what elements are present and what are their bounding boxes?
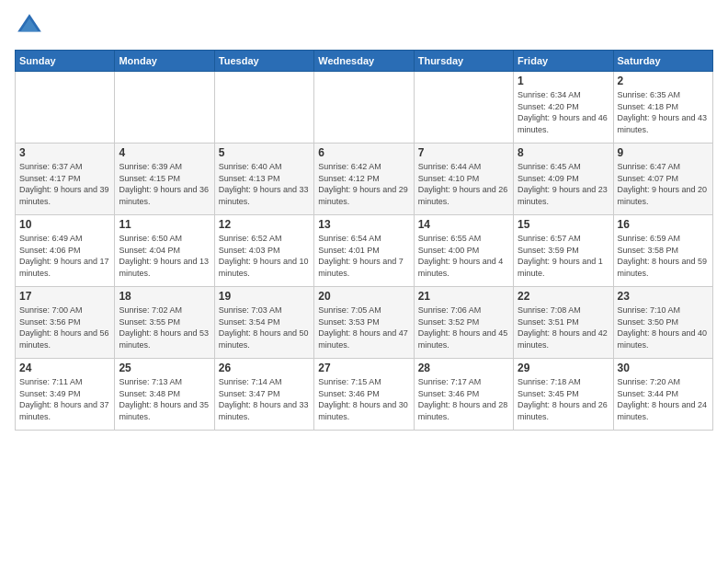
calendar-cell: 23Sunrise: 7:10 AM Sunset: 3:50 PM Dayli… [613, 287, 712, 359]
week-row-5: 24Sunrise: 7:11 AM Sunset: 3:49 PM Dayli… [16, 359, 713, 431]
calendar-cell: 2Sunrise: 6:35 AM Sunset: 4:18 PM Daylig… [613, 72, 712, 144]
day-number: 26 [219, 362, 310, 374]
day-info: Sunrise: 7:00 AM Sunset: 3:56 PM Dayligh… [19, 304, 110, 350]
day-number: 20 [318, 290, 409, 303]
day-info: Sunrise: 6:45 AM Sunset: 4:09 PM Dayligh… [518, 161, 609, 207]
day-number: 12 [219, 218, 310, 231]
day-info: Sunrise: 6:34 AM Sunset: 4:20 PM Dayligh… [518, 89, 609, 135]
day-number: 6 [318, 146, 409, 159]
day-header-saturday: Saturday [613, 51, 712, 72]
page: SundayMondayTuesdayWednesdayThursdayFrid… [0, 0, 728, 563]
day-number: 3 [19, 146, 110, 159]
calendar-cell [16, 72, 115, 144]
day-info: Sunrise: 7:03 AM Sunset: 3:54 PM Dayligh… [219, 304, 310, 350]
calendar-cell: 29Sunrise: 7:18 AM Sunset: 3:45 PM Dayli… [514, 359, 613, 431]
day-number: 13 [318, 218, 409, 231]
day-number: 5 [219, 146, 310, 159]
day-number: 25 [119, 362, 210, 374]
day-info: Sunrise: 7:11 AM Sunset: 3:49 PM Dayligh… [19, 376, 110, 422]
day-number: 22 [518, 290, 609, 303]
day-info: Sunrise: 7:13 AM Sunset: 3:48 PM Dayligh… [119, 376, 210, 422]
calendar-cell [115, 72, 214, 144]
calendar-cell: 13Sunrise: 6:54 AM Sunset: 4:01 PM Dayli… [314, 215, 414, 287]
calendar-cell: 18Sunrise: 7:02 AM Sunset: 3:55 PM Dayli… [115, 287, 214, 359]
calendar-cell: 30Sunrise: 7:20 AM Sunset: 3:44 PM Dayli… [613, 359, 712, 431]
day-number: 28 [418, 362, 509, 374]
calendar-cell: 16Sunrise: 6:59 AM Sunset: 3:58 PM Dayli… [613, 215, 712, 287]
day-info: Sunrise: 7:05 AM Sunset: 3:53 PM Dayligh… [318, 304, 409, 350]
day-number: 9 [618, 146, 709, 159]
week-row-1: 1Sunrise: 6:34 AM Sunset: 4:20 PM Daylig… [16, 72, 713, 144]
day-header-sunday: Sunday [16, 51, 115, 72]
calendar-cell: 14Sunrise: 6:55 AM Sunset: 4:00 PM Dayli… [414, 215, 513, 287]
day-info: Sunrise: 6:57 AM Sunset: 3:59 PM Dayligh… [518, 233, 609, 279]
day-header-tuesday: Tuesday [214, 51, 313, 72]
calendar-cell: 4Sunrise: 6:39 AM Sunset: 4:15 PM Daylig… [115, 144, 214, 215]
day-info: Sunrise: 6:49 AM Sunset: 4:06 PM Dayligh… [19, 233, 110, 279]
logo [15, 11, 48, 40]
day-info: Sunrise: 6:47 AM Sunset: 4:07 PM Dayligh… [618, 161, 709, 207]
day-number: 16 [618, 218, 709, 231]
day-info: Sunrise: 7:08 AM Sunset: 3:51 PM Dayligh… [518, 304, 609, 350]
day-info: Sunrise: 6:39 AM Sunset: 4:15 PM Dayligh… [119, 161, 210, 207]
header-row: SundayMondayTuesdayWednesdayThursdayFrid… [16, 51, 713, 72]
day-info: Sunrise: 7:06 AM Sunset: 3:52 PM Dayligh… [418, 304, 509, 350]
header [15, 11, 713, 40]
day-number: 23 [618, 290, 709, 303]
day-info: Sunrise: 6:50 AM Sunset: 4:04 PM Dayligh… [119, 233, 210, 279]
day-number: 29 [518, 362, 609, 374]
day-number: 14 [418, 218, 509, 231]
day-number: 21 [418, 290, 509, 303]
day-number: 19 [219, 290, 310, 303]
calendar-cell [314, 72, 414, 144]
calendar-cell [414, 72, 513, 144]
day-info: Sunrise: 6:44 AM Sunset: 4:10 PM Dayligh… [418, 161, 509, 207]
calendar-cell: 10Sunrise: 6:49 AM Sunset: 4:06 PM Dayli… [16, 215, 115, 287]
calendar-cell: 8Sunrise: 6:45 AM Sunset: 4:09 PM Daylig… [514, 144, 613, 215]
day-number: 24 [19, 362, 110, 374]
calendar-cell: 7Sunrise: 6:44 AM Sunset: 4:10 PM Daylig… [414, 144, 513, 215]
day-number: 15 [518, 218, 609, 231]
day-number: 2 [618, 75, 709, 87]
day-number: 1 [518, 75, 609, 87]
day-info: Sunrise: 6:35 AM Sunset: 4:18 PM Dayligh… [618, 89, 709, 135]
week-row-2: 3Sunrise: 6:37 AM Sunset: 4:17 PM Daylig… [16, 144, 713, 215]
day-info: Sunrise: 7:14 AM Sunset: 3:47 PM Dayligh… [219, 376, 310, 422]
calendar-cell: 11Sunrise: 6:50 AM Sunset: 4:04 PM Dayli… [115, 215, 214, 287]
calendar-cell: 21Sunrise: 7:06 AM Sunset: 3:52 PM Dayli… [414, 287, 513, 359]
day-header-thursday: Thursday [414, 51, 513, 72]
calendar-cell: 6Sunrise: 6:42 AM Sunset: 4:12 PM Daylig… [314, 144, 414, 215]
calendar-cell: 17Sunrise: 7:00 AM Sunset: 3:56 PM Dayli… [16, 287, 115, 359]
day-header-friday: Friday [514, 51, 613, 72]
calendar-cell: 27Sunrise: 7:15 AM Sunset: 3:46 PM Dayli… [314, 359, 414, 431]
calendar-table: SundayMondayTuesdayWednesdayThursdayFrid… [15, 50, 713, 431]
day-info: Sunrise: 7:15 AM Sunset: 3:46 PM Dayligh… [318, 376, 409, 422]
day-info: Sunrise: 6:40 AM Sunset: 4:13 PM Dayligh… [219, 161, 310, 207]
day-number: 4 [119, 146, 210, 159]
calendar-cell: 26Sunrise: 7:14 AM Sunset: 3:47 PM Dayli… [214, 359, 313, 431]
day-number: 17 [19, 290, 110, 303]
calendar-cell: 3Sunrise: 6:37 AM Sunset: 4:17 PM Daylig… [16, 144, 115, 215]
calendar-cell: 19Sunrise: 7:03 AM Sunset: 3:54 PM Dayli… [214, 287, 313, 359]
week-row-3: 10Sunrise: 6:49 AM Sunset: 4:06 PM Dayli… [16, 215, 713, 287]
calendar-cell: 9Sunrise: 6:47 AM Sunset: 4:07 PM Daylig… [613, 144, 712, 215]
calendar-cell [214, 72, 313, 144]
calendar-cell: 22Sunrise: 7:08 AM Sunset: 3:51 PM Dayli… [514, 287, 613, 359]
day-number: 18 [119, 290, 210, 303]
day-header-wednesday: Wednesday [314, 51, 414, 72]
calendar-cell: 12Sunrise: 6:52 AM Sunset: 4:03 PM Dayli… [214, 215, 313, 287]
day-info: Sunrise: 6:59 AM Sunset: 3:58 PM Dayligh… [618, 233, 709, 279]
day-info: Sunrise: 6:42 AM Sunset: 4:12 PM Dayligh… [318, 161, 409, 207]
day-info: Sunrise: 7:18 AM Sunset: 3:45 PM Dayligh… [518, 376, 609, 422]
day-number: 27 [318, 362, 409, 374]
calendar-cell: 25Sunrise: 7:13 AM Sunset: 3:48 PM Dayli… [115, 359, 214, 431]
day-info: Sunrise: 7:17 AM Sunset: 3:46 PM Dayligh… [418, 376, 509, 422]
day-info: Sunrise: 7:10 AM Sunset: 3:50 PM Dayligh… [618, 304, 709, 350]
calendar-cell: 15Sunrise: 6:57 AM Sunset: 3:59 PM Dayli… [514, 215, 613, 287]
day-number: 11 [119, 218, 210, 231]
day-number: 30 [618, 362, 709, 374]
day-info: Sunrise: 6:54 AM Sunset: 4:01 PM Dayligh… [318, 233, 409, 279]
calendar-cell: 1Sunrise: 6:34 AM Sunset: 4:20 PM Daylig… [514, 72, 613, 144]
logo-icon [15, 11, 44, 40]
day-number: 8 [518, 146, 609, 159]
